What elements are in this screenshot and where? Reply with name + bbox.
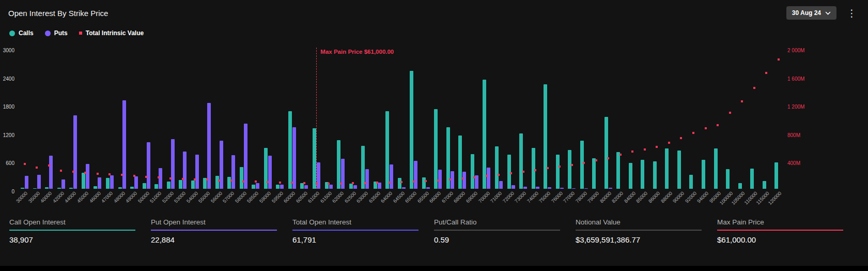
intrinsic-value-dot[interactable] <box>522 171 524 173</box>
intrinsic-value-dot[interactable] <box>705 127 707 129</box>
puts-bar[interactable] <box>220 141 223 189</box>
intrinsic-value-dot[interactable] <box>765 72 767 74</box>
calls-bar[interactable] <box>422 177 426 189</box>
puts-bar[interactable] <box>280 185 284 189</box>
intrinsic-value-dot[interactable] <box>364 182 366 184</box>
intrinsic-value-dot[interactable] <box>534 169 536 171</box>
puts-bar[interactable] <box>390 164 393 189</box>
intrinsic-value-dot[interactable] <box>559 165 561 168</box>
puts-bar[interactable] <box>110 175 114 189</box>
puts-bar[interactable] <box>402 187 406 189</box>
calls-bar[interactable] <box>629 163 632 189</box>
puts-bar[interactable] <box>584 188 588 189</box>
intrinsic-value-dot[interactable] <box>473 176 475 178</box>
chart-area[interactable]: 06001200180024003000 400M800M1 200M1 600… <box>0 40 868 211</box>
calls-bar[interactable] <box>69 188 73 189</box>
calls-bar[interactable] <box>167 182 171 189</box>
puts-bar[interactable] <box>462 172 466 189</box>
calls-bar[interactable] <box>580 141 584 189</box>
intrinsic-value-dot[interactable] <box>547 167 549 169</box>
puts-bar[interactable] <box>25 176 28 189</box>
intrinsic-value-dot[interactable] <box>303 182 305 184</box>
intrinsic-value-dot[interactable] <box>461 177 463 179</box>
calls-bar[interactable] <box>641 160 644 189</box>
puts-bar[interactable] <box>329 185 333 189</box>
calls-bar[interactable] <box>179 180 182 189</box>
puts-bar[interactable] <box>560 188 564 189</box>
intrinsic-value-dot[interactable] <box>84 172 86 174</box>
puts-bar[interactable] <box>49 156 53 189</box>
puts-bar[interactable] <box>134 176 138 189</box>
intrinsic-value-dot[interactable] <box>498 174 500 176</box>
intrinsic-value-dot[interactable] <box>376 182 378 184</box>
calls-bar[interactable] <box>45 187 49 189</box>
calls-bar[interactable] <box>495 146 499 189</box>
puts-bar[interactable] <box>244 124 247 189</box>
intrinsic-value-dot[interactable] <box>279 182 281 184</box>
intrinsic-value-dot[interactable] <box>510 172 512 174</box>
intrinsic-value-dot[interactable] <box>644 148 646 150</box>
puts-bar[interactable] <box>512 185 515 189</box>
intrinsic-value-dot[interactable] <box>449 178 451 180</box>
plot-area[interactable]: 3000035000400004200044000450004600047000… <box>19 48 784 189</box>
intrinsic-value-dot[interactable] <box>291 182 293 184</box>
calls-bar[interactable] <box>568 150 571 189</box>
calls-bar[interactable] <box>750 169 754 189</box>
puts-bar[interactable] <box>37 175 41 189</box>
intrinsic-value-dot[interactable] <box>182 178 184 180</box>
calls-bar[interactable] <box>774 162 778 189</box>
puts-bar[interactable] <box>195 155 199 189</box>
calls-bar[interactable] <box>154 184 158 189</box>
calls-bar[interactable] <box>33 188 37 189</box>
calls-bar[interactable] <box>544 84 547 189</box>
calls-bar[interactable] <box>726 169 730 189</box>
calls-bar[interactable] <box>532 148 535 189</box>
intrinsic-value-dot[interactable] <box>413 180 415 183</box>
intrinsic-value-dot[interactable] <box>328 183 330 185</box>
calls-bar[interactable] <box>313 128 316 189</box>
calls-bar[interactable] <box>556 155 560 189</box>
intrinsic-value-dot[interactable] <box>717 124 719 126</box>
intrinsic-value-dot[interactable] <box>389 182 391 184</box>
puts-bar[interactable] <box>487 168 490 189</box>
calls-bar[interactable] <box>605 117 608 189</box>
calls-bar[interactable] <box>519 133 523 189</box>
calls-bar[interactable] <box>385 111 389 189</box>
calls-bar[interactable] <box>130 187 134 189</box>
intrinsic-value-dot[interactable] <box>340 183 342 185</box>
calls-bar[interactable] <box>240 167 243 189</box>
intrinsic-value-dot[interactable] <box>169 177 172 179</box>
calls-bar[interactable] <box>616 152 620 189</box>
calls-bar[interactable] <box>738 183 742 189</box>
puts-bar[interactable] <box>317 162 320 189</box>
puts-bar[interactable] <box>536 187 539 189</box>
calls-bar[interactable] <box>215 176 219 189</box>
intrinsic-value-dot[interactable] <box>595 159 597 161</box>
puts-bar[interactable] <box>499 181 503 189</box>
intrinsic-value-dot[interactable] <box>255 180 257 183</box>
calls-bar[interactable] <box>677 150 681 189</box>
expiry-date-selector[interactable]: 30 Aug 24 <box>786 6 836 20</box>
puts-bar[interactable] <box>207 103 211 189</box>
calls-bar[interactable] <box>227 177 231 189</box>
puts-bar[interactable] <box>147 142 150 189</box>
calls-bar[interactable] <box>398 178 401 189</box>
puts-bar[interactable] <box>183 152 187 189</box>
calls-bar[interactable] <box>57 188 61 189</box>
intrinsic-value-dot[interactable] <box>571 164 573 166</box>
intrinsic-value-dot[interactable] <box>680 137 682 139</box>
intrinsic-value-dot[interactable] <box>729 112 731 114</box>
horizontal-scrollbar[interactable] <box>0 266 868 271</box>
puts-bar[interactable] <box>523 187 527 189</box>
intrinsic-value-dot[interactable] <box>133 175 135 177</box>
legend-item-total-intrinsic-value[interactable]: Total Intrinsic Value <box>79 29 144 37</box>
intrinsic-value-dot[interactable] <box>778 58 780 61</box>
intrinsic-value-dot[interactable] <box>109 173 111 175</box>
calls-bar[interactable] <box>252 185 255 189</box>
calls-bar[interactable] <box>653 161 657 189</box>
calls-bar[interactable] <box>483 80 486 189</box>
calls-bar[interactable] <box>288 111 292 189</box>
intrinsic-value-dot[interactable] <box>741 100 743 102</box>
intrinsic-value-dot[interactable] <box>158 176 160 178</box>
calls-bar[interactable] <box>471 154 474 189</box>
